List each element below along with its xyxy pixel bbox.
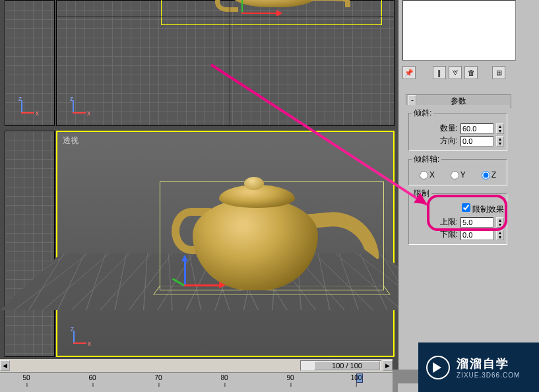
modifier-toolbar: 📌 ‖ ⩔ 🗑 ⊞ bbox=[402, 65, 534, 81]
viewport-grid bbox=[5, 131, 54, 356]
tilt-legend: 倾斜: bbox=[412, 108, 433, 119]
timeline-scrollbar: ◀ 100 / 100 ▶ bbox=[0, 359, 393, 372]
watermark-title: 溜溜自学 bbox=[457, 356, 520, 372]
ruler-tick: 50 bbox=[22, 374, 30, 381]
ruler-tick: 80 bbox=[220, 374, 228, 381]
viewport-front[interactable]: z x bbox=[56, 0, 395, 126]
direction-label: 方向: bbox=[440, 135, 458, 147]
tilt-group: 倾斜: 数量: ▲▼ 方向: ▲▼ bbox=[408, 108, 507, 151]
axis-z-label: z bbox=[71, 325, 74, 333]
gizmo-axis-y[interactable] bbox=[184, 257, 186, 286]
gizmo-axis-x[interactable] bbox=[184, 284, 224, 286]
ruler-tick: 70 bbox=[154, 374, 162, 381]
axis-x-label: x bbox=[36, 110, 39, 117]
axis-z-label: z bbox=[70, 95, 73, 102]
axis-x-radio[interactable]: X bbox=[420, 170, 435, 180]
timeline-scroll-track[interactable]: 100 / 100 bbox=[300, 360, 381, 371]
viewport-top-left[interactable]: z x bbox=[5, 0, 55, 126]
limit-effect-checkbox[interactable]: 限制效果 bbox=[462, 203, 504, 215]
command-panel: 📌 ‖ ⩔ 🗑 ⊞ - 参数 倾斜: 数量: ▲▼ 方向: ▲▼ 倾斜轴: bbox=[398, 0, 539, 370]
scroll-right-button[interactable]: ▶ bbox=[383, 360, 393, 371]
direction-input[interactable] bbox=[460, 136, 493, 147]
ruler-tick: 90 bbox=[286, 374, 294, 381]
viewport-area: z x z x 透视 bbox=[0, 0, 398, 370]
rollout-toggle-icon[interactable]: - bbox=[408, 95, 416, 106]
upper-limit-spinner[interactable]: ▲▼ bbox=[496, 217, 504, 228]
rollout-title: 参数 bbox=[451, 96, 466, 106]
upper-limit-label: 上限: bbox=[440, 216, 458, 228]
tilt-axis-group: 倾斜轴: X Y Z bbox=[408, 154, 507, 185]
show-end-result-icon[interactable]: ‖ bbox=[433, 66, 446, 79]
remove-modifier-icon[interactable]: 🗑 bbox=[464, 66, 478, 79]
viewport-left[interactable] bbox=[5, 131, 55, 357]
axis-gizmo: z x bbox=[17, 99, 37, 119]
viewport-perspective-active[interactable]: 透视 z x bbox=[56, 131, 395, 357]
axis-line-h bbox=[57, 16, 395, 17]
amount-input[interactable] bbox=[460, 123, 493, 134]
axis-y-radio[interactable]: Y bbox=[451, 170, 466, 180]
amount-spinner[interactable]: ▲▼ bbox=[496, 123, 504, 134]
watermark-url: ZIXUE.3D66.COM bbox=[457, 372, 520, 379]
ruler-ticks: 5060708090100 bbox=[0, 373, 393, 392]
watermark: 溜溜自学 ZIXUE.3D66.COM bbox=[418, 343, 539, 392]
axis-line-v bbox=[230, 1, 230, 127]
teapot-object[interactable] bbox=[152, 0, 383, 24]
params-panel: 倾斜: 数量: ▲▼ 方向: ▲▼ 倾斜轴: X Y Z 限制 bbox=[406, 105, 510, 247]
configure-sets-icon[interactable]: ⊞ bbox=[492, 66, 505, 79]
lower-limit-label: 下限: bbox=[440, 229, 458, 240]
amount-label: 数量: bbox=[440, 123, 458, 134]
translate-gizmo[interactable] bbox=[173, 260, 206, 293]
axis-gizmo: z x bbox=[69, 99, 88, 119]
lower-limit-spinner[interactable]: ▲▼ bbox=[496, 230, 504, 240]
timeline-ruler[interactable]: 5060708090100 bbox=[0, 372, 393, 392]
lower-limit-input[interactable] bbox=[460, 230, 493, 240]
viewport-label-perspective: 透视 bbox=[63, 135, 79, 147]
frame-display[interactable]: 100 / 100 bbox=[314, 361, 380, 370]
play-icon bbox=[426, 356, 450, 379]
axis-x-label: x bbox=[88, 340, 91, 347]
ruler-tick: 60 bbox=[88, 374, 96, 381]
ruler-tick: 100 bbox=[351, 374, 362, 381]
axis-z-label: z bbox=[18, 95, 22, 102]
tilt-axis-legend: 倾斜轴: bbox=[412, 154, 441, 165]
pin-stack-icon[interactable]: 📌 bbox=[402, 66, 416, 79]
gizmo-axis-z[interactable] bbox=[172, 278, 185, 286]
teapot-knob bbox=[244, 177, 264, 190]
axis-gizmo: z x bbox=[69, 329, 89, 349]
axis-x-label: x bbox=[87, 110, 90, 117]
modifier-stack-list[interactable] bbox=[402, 0, 516, 61]
upper-limit-input[interactable] bbox=[460, 217, 493, 228]
scroll-left-button[interactable]: ◀ bbox=[0, 360, 10, 371]
direction-spinner[interactable]: ▲▼ bbox=[496, 136, 504, 147]
axis-z-radio[interactable]: Z bbox=[482, 170, 496, 180]
make-unique-icon[interactable]: ⩔ bbox=[449, 66, 462, 79]
